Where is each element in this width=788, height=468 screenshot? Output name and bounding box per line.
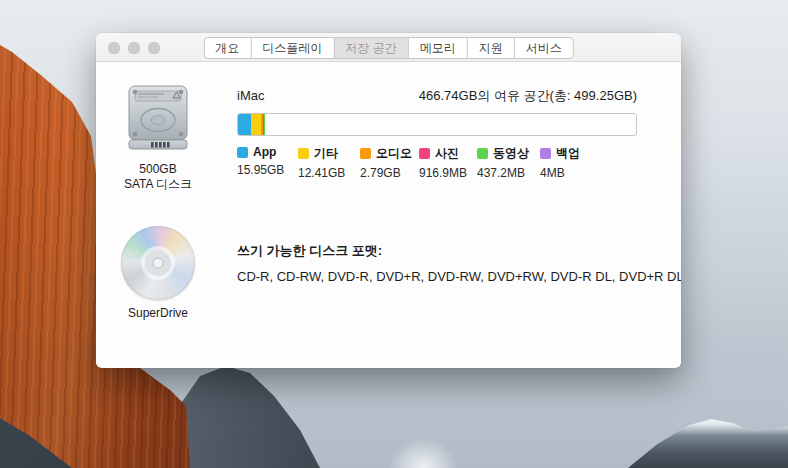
legend-item: App15.95GB (237, 145, 298, 180)
superdrive-section: SuperDrive (103, 226, 213, 321)
legend-swatch (360, 148, 371, 159)
storage-bar (237, 113, 637, 136)
legend-item: 사진916.9MB (419, 145, 477, 180)
legend-swatch (540, 148, 551, 159)
legend-name: 동영상 (493, 145, 529, 162)
tab-1[interactable]: 디스플레이 (250, 38, 333, 58)
traffic-lights (108, 42, 160, 54)
storage-tab-content: 500GB SATA 디스크 iMac 466.74GB의 여유 공간(총: 4… (96, 62, 681, 367)
superdrive-label: SuperDrive (103, 306, 213, 321)
internal-disk-section: 500GB SATA 디스크 (103, 84, 213, 192)
legend-swatch (477, 148, 488, 159)
close-button[interactable] (108, 42, 120, 54)
tab-bar: 개요디스플레이저장 공간메모리지원서비스 (203, 37, 573, 59)
legend-item: 오디오2.79GB (360, 145, 419, 180)
tab-3[interactable]: 메모리 (408, 38, 467, 58)
legend-name: App (253, 145, 276, 159)
legend-value: 15.95GB (237, 163, 298, 177)
superdrive-disc-icon (121, 226, 195, 300)
storage-bar-segment (251, 114, 261, 135)
storage-bar-segment (238, 114, 251, 135)
legend-value: 437.2MB (477, 166, 540, 180)
legend-name: 기타 (314, 145, 338, 162)
legend-item: 백업4MB (540, 145, 601, 180)
legend-swatch (298, 148, 309, 159)
legend-item: 동영상437.2MB (477, 145, 540, 180)
tab-2[interactable]: 저장 공간 (333, 38, 407, 58)
about-this-mac-window: 개요디스플레이저장 공간메모리지원서비스 (96, 33, 681, 368)
legend-name: 오디오 (376, 145, 412, 162)
hard-drive-icon (126, 84, 190, 156)
legend-value: 916.9MB (419, 166, 477, 180)
tab-5[interactable]: 서비스 (514, 38, 573, 58)
hdd-type-label: SATA 디스크 (103, 177, 213, 192)
free-space-text: 466.74GB의 여유 공간(총: 499.25GB) (419, 87, 637, 105)
legend-name: 사진 (435, 145, 459, 162)
storage-legend: App15.95GB기타12.41GB오디오2.79GB사진916.9MB동영상… (237, 145, 601, 180)
legend-value: 4MB (540, 166, 601, 180)
tab-4[interactable]: 지원 (467, 38, 514, 58)
disc-hole (153, 258, 164, 269)
tab-0[interactable]: 개요 (204, 38, 250, 58)
legend-value: 12.41GB (298, 166, 360, 180)
writable-formats-list: CD-R, CD-RW, DVD-R, DVD+R, DVD-RW, DVD+R… (237, 269, 681, 284)
device-name: iMac (237, 88, 264, 103)
wallpaper-far-peak (388, 438, 458, 468)
storage-header-row: iMac 466.74GB의 여유 공간(총: 499.25GB) (237, 87, 637, 105)
zoom-button[interactable] (148, 42, 160, 54)
window-titlebar[interactable]: 개요디스플레이저장 공간메모리지원서비스 (96, 33, 681, 62)
legend-name: 백업 (556, 145, 580, 162)
legend-swatch (237, 147, 248, 158)
legend-item: 기타12.41GB (298, 145, 360, 180)
minimize-button[interactable] (128, 42, 140, 54)
writable-formats-heading: 쓰기 가능한 디스크 포맷: (237, 242, 382, 260)
hdd-size-label: 500GB (103, 162, 213, 177)
legend-value: 2.79GB (360, 166, 419, 180)
legend-swatch (419, 148, 430, 159)
